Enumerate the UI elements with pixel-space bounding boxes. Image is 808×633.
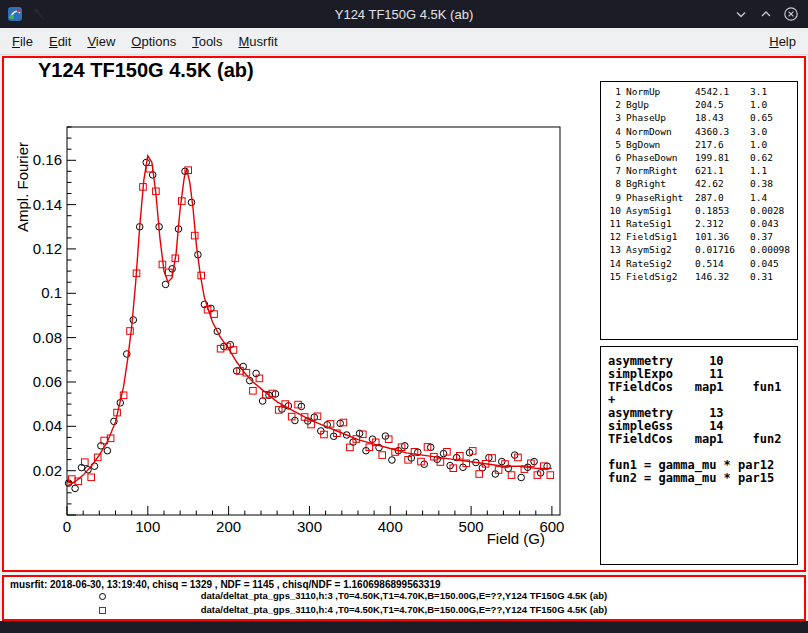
menu-item-view[interactable]: View [79, 29, 123, 54]
svg-text:0.16: 0.16 [33, 151, 62, 168]
legend-circle-marker-icon [99, 593, 106, 600]
svg-text:0: 0 [63, 518, 71, 535]
legend-label: data/deltat_pta_gps_3110,h:3 ,T0=4.50K,T… [4, 590, 804, 601]
param-table: 1NormUp4542.13.12BgUp204.51.03PhaseUp18.… [606, 85, 797, 283]
menubar-help: Help [761, 29, 808, 54]
param-row: 10AsymSig10.18530.0028 [606, 204, 797, 217]
menu-item-help[interactable]: Help [761, 29, 804, 54]
svg-text:400: 400 [378, 518, 403, 535]
svg-text:0.06: 0.06 [33, 373, 62, 390]
legend: data/deltat_pta_gps_3110,h:3 ,T0=4.50K,T… [4, 590, 804, 618]
menu-item-musrfit[interactable]: Musrfit [231, 29, 286, 54]
bottom-window-edge [0, 621, 808, 633]
svg-text:100: 100 [135, 518, 160, 535]
window-title: Y124 TF150G 4.5K (ab) [0, 7, 808, 22]
param-row: 8BgRight42.620.38 [606, 177, 797, 190]
param-row: 1NormUp4542.13.1 [606, 85, 797, 98]
y-axis-ticks [67, 127, 76, 515]
param-row: 2BgUp204.51.0 [606, 98, 797, 111]
x-axis-ticks [67, 506, 552, 515]
param-row: 13AsymSig20.017160.00098 [606, 243, 797, 256]
param-row: 12FieldSig1101.360.37 [606, 230, 797, 243]
svg-text:0.1: 0.1 [41, 284, 62, 301]
close-button[interactable] [783, 6, 799, 22]
y-axis-title: Ampl. Fourier [14, 142, 31, 232]
theory-line: TFieldCos map1 fun2 [608, 433, 797, 446]
svg-text:200: 200 [216, 518, 241, 535]
param-row: 3PhaseUp18.430.65 [606, 111, 797, 124]
x-axis-title: Field (G) [487, 530, 545, 547]
legend-square-marker-icon [99, 607, 106, 614]
menu-item-file[interactable]: File [4, 29, 41, 54]
fit-info: musrfit: 2018-06-30, 13:19:40, chisq = 1… [4, 577, 804, 590]
param-row: 5BgDown217.61.0 [606, 138, 797, 151]
app-icon [7, 6, 23, 22]
series-circles [65, 159, 550, 492]
maximize-button[interactable] [758, 6, 774, 22]
param-row: 4NormDown4360.33.0 [606, 125, 797, 138]
param-row: 7NormRight621.11.1 [606, 164, 797, 177]
svg-text:0.08: 0.08 [33, 329, 62, 346]
param-row: 14RateSig20.5140.045 [606, 257, 797, 270]
menu-item-tools[interactable]: Tools [184, 29, 230, 54]
svg-text:0.02: 0.02 [33, 462, 62, 479]
fit-curve [67, 156, 552, 486]
y-tick-labels: 0.020.040.060.080.10.120.140.16 [33, 151, 62, 478]
root-canvas[interactable]: Y124 TF150G 4.5K (ab) 010020030040050060… [2, 56, 806, 572]
info-pane[interactable]: musrfit: 2018-06-30, 13:19:40, chisq = 1… [2, 575, 806, 621]
svg-text:0.14: 0.14 [33, 196, 62, 213]
menubar-items: FileEditViewOptionsToolsMusrfit [0, 28, 286, 54]
hammer-pin-icon[interactable] [30, 6, 46, 22]
legend-row: data/deltat_pta_gps_3110,h:4 ,T0=4.50K,T… [4, 604, 804, 618]
menubar: FileEditViewOptionsToolsMusrfit Help [0, 28, 808, 55]
theory-line: fun2 = gamma_mu * par15 [608, 472, 797, 485]
theory-panel: asymmetry 10simplExpo 11TFieldCos map1 f… [600, 346, 798, 565]
minimize-button[interactable] [733, 6, 749, 22]
param-row: 15FieldSig2146.320.31 [606, 270, 797, 283]
param-row: 11RateSig12.3120.043 [606, 217, 797, 230]
svg-text:300: 300 [297, 518, 322, 535]
menu-item-options[interactable]: Options [123, 29, 184, 54]
legend-label: data/deltat_pta_gps_3110,h:4 ,T0=4.50K,T… [4, 604, 804, 615]
parameter-panel: 1NormUp4542.13.12BgUp204.51.03PhaseUp18.… [600, 81, 798, 340]
svg-text:500: 500 [459, 518, 484, 535]
legend-row: data/deltat_pta_gps_3110,h:3 ,T0=4.50K,T… [4, 590, 804, 604]
svg-text:0.04: 0.04 [33, 417, 62, 434]
titlebar[interactable]: Y124 TF150G 4.5K (ab) [0, 0, 808, 28]
param-row: 6PhaseDown199.810.62 [606, 151, 797, 164]
menu-item-edit[interactable]: Edit [41, 29, 79, 54]
svg-text:0.12: 0.12 [33, 240, 62, 257]
param-row: 9PhaseRight287.01.4 [606, 191, 797, 204]
theory-line: TFieldCos map1 fun1 [608, 381, 797, 394]
